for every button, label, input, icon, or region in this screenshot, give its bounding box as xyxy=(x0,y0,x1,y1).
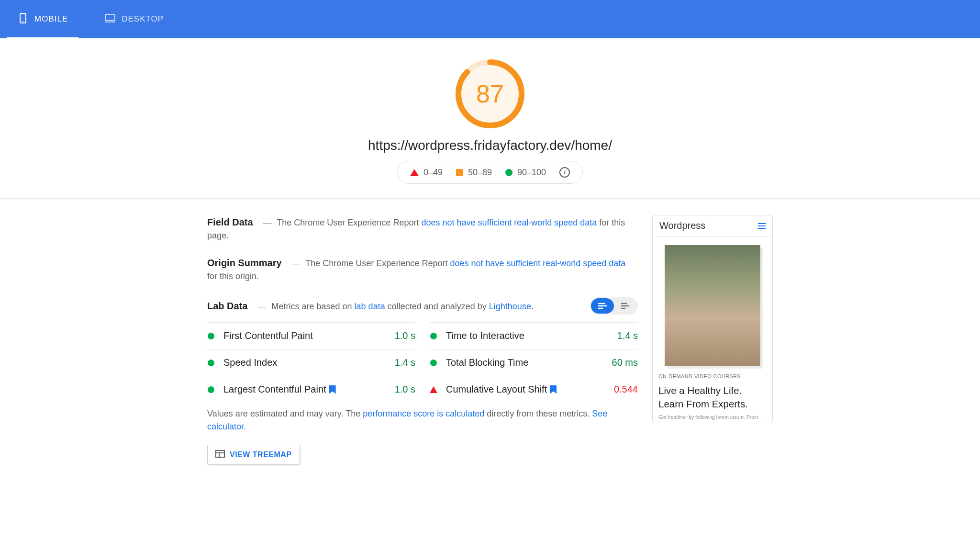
metric-value: 60 ms xyxy=(612,357,638,368)
metric-name: First Contentful Paint xyxy=(223,330,395,341)
lab-data-heading: Lab Data xyxy=(207,301,247,311)
menu-icon xyxy=(758,223,766,229)
preview-title: Wordpress xyxy=(659,220,705,231)
lab-data-mid: collected and analyzed by xyxy=(385,302,489,311)
page-url: https://wordpress.fridayfactory.dev/home… xyxy=(0,138,980,153)
treemap-icon xyxy=(215,450,225,460)
tab-mobile-label: MOBILE xyxy=(34,14,68,24)
circle-icon xyxy=(207,333,215,339)
metric-name: Largest Contentful Paint xyxy=(223,384,395,395)
legend-good: 90–100 xyxy=(505,168,546,178)
metric-row[interactable]: Cumulative Layout Shift0.544 xyxy=(430,376,638,403)
footnote-mid: directly from these metrics. xyxy=(484,409,592,418)
preview-headline: Live a Healthy Life. Learn From Experts. xyxy=(658,384,767,410)
preview-eyebrow: ON-DEMAND VIDEO COURSES xyxy=(658,373,767,379)
field-data-lead: The Chrome User Experience Report xyxy=(277,218,421,227)
preview-header: Wordpress xyxy=(653,215,772,236)
metric-row[interactable]: Total Blocking Time60 ms xyxy=(430,349,638,376)
footnote-link1[interactable]: performance score is calculated xyxy=(363,409,484,418)
metric-row[interactable]: Speed Index1.4 s xyxy=(207,349,415,376)
lab-data-lead: Metrics are based on xyxy=(272,302,355,311)
footnote-lead: Values are estimated and may vary. The xyxy=(207,409,363,418)
device-tabs: MOBILE DESKTOP xyxy=(0,0,980,38)
score-summary: 87 https://wordpress.fridayfactory.dev/h… xyxy=(0,38,980,199)
legend-poor-label: 0–49 xyxy=(423,168,443,178)
bookmark-icon xyxy=(329,385,336,394)
legend-poor: 0–49 xyxy=(410,168,443,178)
desktop-icon xyxy=(104,12,116,26)
metrics-view-toggle xyxy=(590,297,638,315)
mobile-icon xyxy=(17,12,29,26)
field-data-link[interactable]: does not have sufficient real-world spee… xyxy=(421,218,597,227)
lab-data-section: Lab Data — Metrics are based on lab data… xyxy=(207,299,534,313)
score-gauge: 87 xyxy=(455,58,525,129)
tab-mobile[interactable]: MOBILE xyxy=(11,0,75,38)
field-data-section: Field Data — The Chrome User Experience … xyxy=(207,215,638,242)
preview-tiny: Get healthier by following lorem ipsum. … xyxy=(658,414,767,420)
metric-name: Time to Interactive xyxy=(446,330,617,341)
metric-row[interactable]: First Contentful Paint1.0 s xyxy=(207,322,415,349)
metric-value: 1.4 s xyxy=(395,357,415,368)
circle-icon xyxy=(207,386,215,393)
legend-average: 50–89 xyxy=(456,168,492,178)
circle-icon xyxy=(430,333,437,339)
metrics-grid: First Contentful Paint1.0 sTime to Inter… xyxy=(207,322,638,403)
field-data-heading: Field Data xyxy=(207,217,253,227)
tab-desktop-label: DESKTOP xyxy=(122,14,164,24)
metrics-footnote: Values are estimated and may vary. The p… xyxy=(207,407,638,433)
svg-rect-2 xyxy=(105,14,115,21)
svg-rect-12 xyxy=(216,450,224,457)
metric-value: 1.4 s xyxy=(617,330,638,341)
preview-image xyxy=(665,245,760,366)
metric-value: 1.0 s xyxy=(395,330,415,341)
score-legend: 0–49 50–89 90–100 i xyxy=(397,161,583,184)
legend-good-label: 90–100 xyxy=(517,168,546,178)
origin-summary-link[interactable]: does not have sufficient real-world spee… xyxy=(450,259,625,268)
lab-data-tail: . xyxy=(531,302,534,311)
metric-value: 0.544 xyxy=(614,384,638,395)
origin-summary-tail: for this origin. xyxy=(207,271,259,281)
legend-average-label: 50–89 xyxy=(468,168,492,178)
toggle-compact[interactable] xyxy=(614,298,637,314)
circle-icon xyxy=(505,169,512,176)
bookmark-icon xyxy=(550,385,557,394)
circle-icon xyxy=(430,360,437,366)
lab-data-link1[interactable]: lab data xyxy=(355,302,385,311)
origin-summary-heading: Origin Summary xyxy=(207,258,282,268)
info-icon[interactable]: i xyxy=(559,167,570,178)
metric-name: Total Blocking Time xyxy=(446,357,612,368)
lab-data-link2[interactable]: Lighthouse xyxy=(489,302,531,311)
tab-desktop[interactable]: DESKTOP xyxy=(98,0,170,38)
origin-summary-lead: The Chrome User Experience Report xyxy=(305,259,450,268)
metric-value: 1.0 s xyxy=(395,384,415,395)
triangle-icon xyxy=(410,169,419,176)
view-treemap-button[interactable]: VIEW TREEMAP xyxy=(207,445,300,465)
circle-icon xyxy=(207,360,215,366)
metric-row[interactable]: Time to Interactive1.4 s xyxy=(430,322,638,349)
view-treemap-label: VIEW TREEMAP xyxy=(230,450,292,459)
square-icon xyxy=(456,169,463,176)
score-value: 87 xyxy=(455,58,525,129)
origin-summary-section: Origin Summary — The Chrome User Experie… xyxy=(207,256,638,283)
triangle-icon xyxy=(430,386,437,393)
page-preview: Wordpress ON-DEMAND VIDEO COURSES Live a… xyxy=(652,215,773,423)
metric-name: Cumulative Layout Shift xyxy=(446,384,614,395)
metric-row[interactable]: Largest Contentful Paint1.0 s xyxy=(207,376,415,403)
toggle-expanded[interactable] xyxy=(591,298,614,314)
metric-name: Speed Index xyxy=(223,357,395,368)
